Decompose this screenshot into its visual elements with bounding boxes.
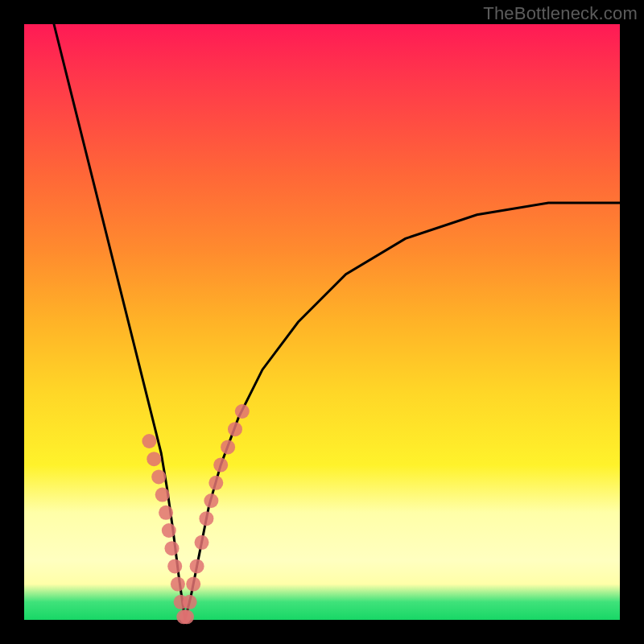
plot-area: [24, 24, 620, 620]
bottleneck-curve-svg: [24, 24, 620, 620]
marker-dot: [159, 506, 173, 520]
marker-dot: [228, 422, 242, 436]
marker-dot: [167, 559, 182, 573]
marker-dot: [147, 452, 161, 466]
marker-dot: [195, 535, 209, 550]
marker-dot: [155, 488, 170, 502]
marker-dot: [165, 541, 180, 555]
watermark-text: TheBottleneck.com: [483, 3, 638, 24]
chart-frame: TheBottleneck.com: [0, 0, 644, 644]
marker-dot: [186, 577, 200, 592]
marker-dot: [180, 609, 194, 624]
marker-dot: [221, 440, 235, 454]
marker-dot: [162, 523, 176, 538]
marker-dot: [213, 458, 228, 473]
marker-dot: [208, 476, 223, 490]
marker-dot: [171, 577, 185, 592]
bottleneck-curve-path: [54, 24, 620, 620]
marker-dot: [142, 434, 156, 448]
marker-dot: [235, 404, 250, 419]
marker-dot: [190, 559, 204, 573]
marker-dot: [183, 595, 197, 609]
marker-dot: [204, 493, 218, 508]
marker-dot: [199, 511, 213, 526]
marker-dot: [151, 469, 166, 484]
